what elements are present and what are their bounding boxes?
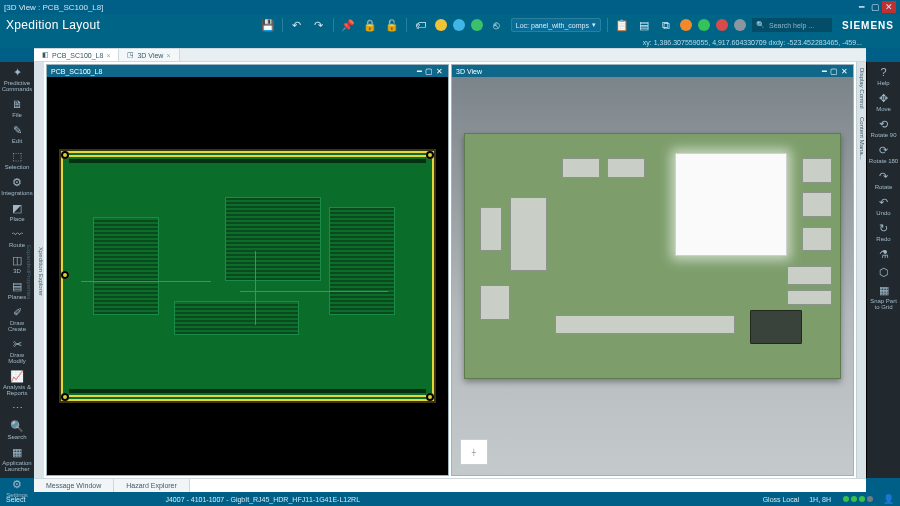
- doc-tab-pcb[interactable]: ◧ PCB_SC100_L8 ×: [34, 49, 119, 61]
- board-icon: ◧: [42, 51, 49, 59]
- sidebar-item-label: Draw Modify: [1, 352, 33, 364]
- tab-hazard-explorer[interactable]: Hazard Explorer: [114, 479, 190, 492]
- sidebar-item-draw-create[interactable]: ✐Draw Create: [1, 304, 33, 335]
- right-rail[interactable]: Display Control Content Mana...: [856, 62, 866, 478]
- doc-tab-label: PCB_SC100_L8: [52, 52, 103, 59]
- sidebar-item-analysis-reports[interactable]: 📈Analysis & Reports: [1, 368, 33, 399]
- status-green-icon[interactable]: [698, 19, 710, 31]
- integrations-icon: ⚙: [12, 177, 22, 188]
- pane-maximize-icon[interactable]: ▢: [829, 67, 839, 76]
- sidebar-item-selection[interactable]: ⬚Selection: [1, 148, 33, 173]
- sidebar-item-predictive-commands[interactable]: ✦Predictive Commands: [1, 64, 33, 95]
- window-maximize-button[interactable]: ▢: [868, 1, 882, 13]
- sidebar-item-snap-part-to-grid[interactable]: ▦Snap Part to Grid: [868, 282, 900, 313]
- sidebar-item-more[interactable]: ⋯: [1, 400, 33, 417]
- sidebar-item-label: Planes: [8, 294, 26, 300]
- help-icon: ?: [880, 67, 886, 78]
- window-close-button[interactable]: ✕: [882, 1, 896, 13]
- place-icon: ◩: [12, 203, 22, 214]
- rail-tab[interactable]: ExpandedProperties: [26, 245, 32, 299]
- sidebar-item-rotate-90[interactable]: ⟲Rotate 90: [868, 116, 900, 141]
- document-tabstrip: ◧ PCB_SC100_L8 × ◳ 3D View ×: [34, 48, 866, 62]
- rail-tab[interactable]: Display Control: [859, 68, 865, 109]
- undo-icon[interactable]: ↶: [289, 17, 305, 33]
- sidebar-item-redo[interactable]: ↻Redo: [868, 220, 900, 245]
- chevron-down-icon: ▾: [592, 21, 596, 29]
- selection-icon: ⬚: [12, 151, 22, 162]
- status-user-icon[interactable]: 👤: [883, 494, 894, 504]
- help-search-input[interactable]: 🔍 Search help ...: [752, 18, 832, 32]
- layer-blue-icon[interactable]: [453, 19, 465, 31]
- sidebar-item-label: Rotate 90: [870, 132, 896, 138]
- status-layers[interactable]: 1H, 8H: [809, 496, 831, 503]
- doc-tab-3dview[interactable]: ◳ 3D View ×: [119, 49, 179, 61]
- pane-close-icon[interactable]: ✕: [839, 67, 849, 76]
- pane-3d-viewport[interactable]: ┼: [452, 77, 853, 475]
- status-gloss[interactable]: Gloss Local: [763, 496, 800, 503]
- sidebar-item-move[interactable]: ✥Move: [868, 90, 900, 115]
- undo-icon: ↶: [879, 197, 888, 208]
- location-combo[interactable]: Loc: panel_with_comps ▾: [511, 18, 601, 32]
- status-gray-icon[interactable]: [734, 19, 746, 31]
- pane-2d-viewport[interactable]: [47, 77, 448, 475]
- layer-green-icon[interactable]: [471, 19, 483, 31]
- lock-icon[interactable]: 🔒: [362, 17, 378, 33]
- more-icon: ⋯: [12, 403, 23, 414]
- tag-icon[interactable]: 🏷: [413, 17, 429, 33]
- doc-tab-label: 3D View: [137, 52, 163, 59]
- sidebar-item-rotate[interactable]: ↷Rotate: [868, 168, 900, 193]
- application-launcher-icon: ▦: [12, 447, 22, 458]
- workarea: PCB_SC100_L8 ━ ▢ ✕: [44, 62, 856, 478]
- sidebar-item-label: Analysis & Reports: [1, 384, 33, 396]
- sidebar-item-draw-modify[interactable]: ✂Draw Modify: [1, 336, 33, 367]
- tab-message-window[interactable]: Message Window: [34, 479, 114, 492]
- settings-icon: ⚙: [12, 479, 22, 490]
- sidebar-item-edit[interactable]: ✎Edit: [1, 122, 33, 147]
- sidebar-item-label: Move: [876, 106, 891, 112]
- more-icon: ⬡: [879, 267, 889, 278]
- pane-minimize-icon[interactable]: ━: [414, 67, 424, 76]
- stack-icon[interactable]: ▤: [636, 17, 652, 33]
- axis-triad[interactable]: ┼: [460, 439, 488, 465]
- pin-icon[interactable]: 📌: [340, 17, 356, 33]
- sidebar-item-label: Draw Create: [1, 320, 33, 332]
- sidebar-item-file[interactable]: 🗎File: [1, 96, 33, 121]
- save-icon[interactable]: 💾: [260, 17, 276, 33]
- app-name: Xpedition Layout: [6, 18, 100, 32]
- sidebar-item-rotate-180[interactable]: ⟳Rotate 180: [868, 142, 900, 167]
- sidebar-item-assistance[interactable]: ☻Assistance: [1, 502, 33, 506]
- unlock-icon[interactable]: 🔓: [384, 17, 400, 33]
- status-red-icon[interactable]: [716, 19, 728, 31]
- left-rail[interactable]: Xpedition Explorer ExpandedProperties: [34, 62, 44, 478]
- sidebar-item-label: File: [12, 112, 22, 118]
- compare-icon[interactable]: ⧉: [658, 17, 674, 33]
- sidebar-item-more[interactable]: ⚗: [868, 246, 900, 263]
- sidebar-item-undo[interactable]: ↶Undo: [868, 194, 900, 219]
- draw-create-icon: ✐: [13, 307, 22, 318]
- sidebar-item-search[interactable]: 🔍Search: [1, 418, 33, 443]
- pane-close-icon[interactable]: ✕: [434, 67, 444, 76]
- status-orange-icon[interactable]: [680, 19, 692, 31]
- sidebar-item-application-launcher[interactable]: ▦Application Launcher: [1, 444, 33, 475]
- sidebar-item-label: Help: [877, 80, 889, 86]
- window-titlebar: [3D View : PCB_SC100_L8] ━ ▢ ✕: [0, 0, 900, 14]
- close-tab-icon[interactable]: ×: [106, 52, 110, 59]
- net-icon[interactable]: ⎋: [489, 17, 505, 33]
- window-minimize-button[interactable]: ━: [854, 1, 868, 13]
- pane-minimize-icon[interactable]: ━: [819, 67, 829, 76]
- pane-maximize-icon[interactable]: ▢: [424, 67, 434, 76]
- sidebar-item-help[interactable]: ?Help: [868, 64, 900, 89]
- redo-icon[interactable]: ↷: [311, 17, 327, 33]
- sidebar-item-place[interactable]: ◩Place: [1, 200, 33, 225]
- analysis-reports-icon: 📈: [10, 371, 24, 382]
- sidebar-item-more[interactable]: ⬡: [868, 264, 900, 281]
- sidebar-item-integrations[interactable]: ⚙Integrations: [1, 174, 33, 199]
- pcb-3d-board[interactable]: [464, 133, 841, 380]
- snap-part-to-grid-icon: ▦: [879, 285, 889, 296]
- layer-yellow-icon[interactable]: [435, 19, 447, 31]
- close-tab-icon[interactable]: ×: [166, 52, 170, 59]
- rail-tab[interactable]: Content Mana...: [859, 117, 865, 160]
- pcb-outline[interactable]: [63, 153, 432, 400]
- pane-3d: 3D View ━ ▢ ✕: [451, 64, 854, 476]
- clipboard-icon[interactable]: 📋: [614, 17, 630, 33]
